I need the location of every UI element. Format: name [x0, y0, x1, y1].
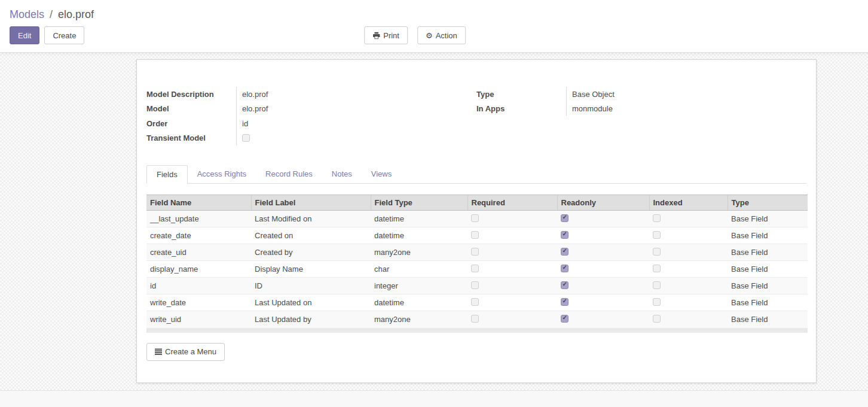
print-button[interactable]: Print [364, 26, 408, 44]
column-header-field-name[interactable]: Field Name [146, 195, 251, 211]
control-panel-buttons: Edit Create Print ⚙ Action [10, 26, 858, 44]
model-value: elo.prof [236, 102, 476, 117]
type-value: Base Object [566, 87, 806, 102]
readonly-checkbox [561, 265, 569, 272]
transient-model-checkbox [242, 134, 250, 142]
column-header-type[interactable]: Type [728, 195, 808, 211]
cell-field-label: Display Name [251, 261, 371, 278]
footer-bar [0, 390, 868, 407]
cell-field-label: Last Updated by [251, 311, 371, 328]
required-checkbox [471, 231, 479, 239]
cell-type: Base Field [728, 244, 808, 261]
table-row[interactable]: write_uid Last Updated by many2one Base … [146, 311, 808, 328]
model-description-label: Model Description [146, 90, 236, 99]
tab-fields[interactable]: Fields [146, 165, 188, 184]
cell-field-name: __last_update [146, 211, 251, 227]
notebook: Fields Access Rights Record Rules Notes … [146, 165, 806, 361]
indexed-checkbox [653, 231, 661, 239]
tab-record-rules[interactable]: Record Rules [256, 165, 322, 184]
table-row[interactable]: display_name Display Name char Base Fiel… [146, 261, 808, 278]
edit-button[interactable]: Edit [10, 26, 39, 44]
breadcrumb-models-link[interactable]: Models [10, 8, 44, 20]
cell-field-label: Created by [251, 244, 371, 261]
order-label: Order [146, 119, 236, 128]
fields-table: Field Name Field Label Field Type Requir… [146, 195, 808, 328]
table-row[interactable]: write_date Last Updated on datetime Base… [146, 294, 808, 311]
menu-icon [155, 348, 162, 356]
create-menu-button-label: Create a Menu [165, 347, 216, 356]
center-buttons: Print ⚙ Action [364, 26, 466, 44]
form-row-order: Order id [146, 116, 476, 131]
indexed-checkbox [653, 315, 661, 323]
tab-bar: Fields Access Rights Record Rules Notes … [146, 165, 806, 184]
required-checkbox [471, 281, 479, 289]
print-button-label: Print [383, 31, 399, 40]
cell-type: Base Field [728, 311, 808, 328]
table-row[interactable]: id ID integer Base Field [146, 278, 808, 294]
indexed-checkbox [653, 214, 661, 222]
gear-icon: ⚙ [426, 32, 433, 40]
column-header-indexed[interactable]: Indexed [649, 195, 728, 211]
transient-model-label: Transient Model [146, 133, 236, 142]
readonly-checkbox [561, 298, 569, 306]
cell-field-label: Last Updated on [251, 294, 371, 311]
cell-field-name: create_uid [146, 244, 251, 261]
tab-access-rights[interactable]: Access Rights [188, 165, 256, 184]
in-apps-value: monmodule [566, 102, 806, 117]
table-bottom-strip [146, 328, 808, 333]
cell-field-label: Last Modified on [251, 211, 371, 227]
cell-field-type: integer [371, 278, 467, 294]
form-column-right: Type Base Object In Apps monmodule [476, 87, 806, 145]
form-row-transient-model: Transient Model [146, 131, 476, 146]
required-checkbox [471, 265, 479, 272]
column-header-field-label[interactable]: Field Label [251, 195, 371, 211]
column-header-required[interactable]: Required [467, 195, 557, 211]
order-value: id [236, 116, 476, 131]
required-checkbox [471, 315, 479, 323]
cell-field-name: create_date [146, 227, 251, 244]
cell-field-type: datetime [371, 294, 467, 311]
indexed-checkbox [653, 298, 661, 306]
cell-type: Base Field [728, 278, 808, 294]
readonly-checkbox [561, 248, 569, 256]
breadcrumb: Models / elo.prof [10, 7, 858, 22]
cell-type: Base Field [728, 211, 808, 227]
cell-field-name: id [146, 278, 251, 294]
cell-field-type: many2one [371, 244, 467, 261]
control-panel: Models / elo.prof Edit Create Print [0, 0, 868, 53]
required-checkbox [471, 298, 479, 306]
tab-notes[interactable]: Notes [322, 165, 362, 184]
indexed-checkbox [653, 265, 661, 272]
cell-field-label: Created on [251, 227, 371, 244]
readonly-checkbox [561, 315, 569, 323]
indexed-checkbox [653, 248, 661, 256]
column-header-readonly[interactable]: Readonly [557, 195, 649, 211]
required-checkbox [471, 248, 479, 256]
cell-field-type: datetime [371, 227, 467, 244]
type-label: Type [476, 90, 566, 99]
fields-table-header-row: Field Name Field Label Field Type Requir… [146, 195, 808, 211]
readonly-checkbox [561, 214, 569, 222]
cell-field-name: write_date [146, 294, 251, 311]
table-row[interactable]: __last_update Last Modified on datetime … [146, 211, 808, 227]
transient-model-value [236, 131, 476, 146]
readonly-checkbox [561, 281, 569, 289]
form-row-type: Type Base Object [476, 87, 806, 102]
cell-field-type: datetime [371, 211, 467, 227]
breadcrumb-separator: / [50, 8, 53, 20]
form-sheet: Model Description elo.prof Model elo.pro… [136, 59, 817, 383]
table-row[interactable]: create_uid Created by many2one Base Fiel… [146, 244, 808, 261]
create-menu-button[interactable]: Create a Menu [146, 343, 225, 361]
cell-field-name: display_name [146, 261, 251, 278]
table-row[interactable]: create_date Created on datetime Base Fie… [146, 227, 808, 244]
create-button[interactable]: Create [44, 26, 84, 44]
form-field-group: Model Description elo.prof Model elo.pro… [146, 87, 806, 145]
tab-views[interactable]: Views [362, 165, 401, 184]
column-header-field-type[interactable]: Field Type [371, 195, 467, 211]
printer-icon [372, 32, 380, 40]
left-buttons: Edit Create [10, 26, 84, 44]
action-button[interactable]: ⚙ Action [417, 26, 466, 44]
form-column-left: Model Description elo.prof Model elo.pro… [146, 87, 476, 145]
cell-type: Base Field [728, 227, 808, 244]
model-description-value: elo.prof [236, 87, 476, 102]
